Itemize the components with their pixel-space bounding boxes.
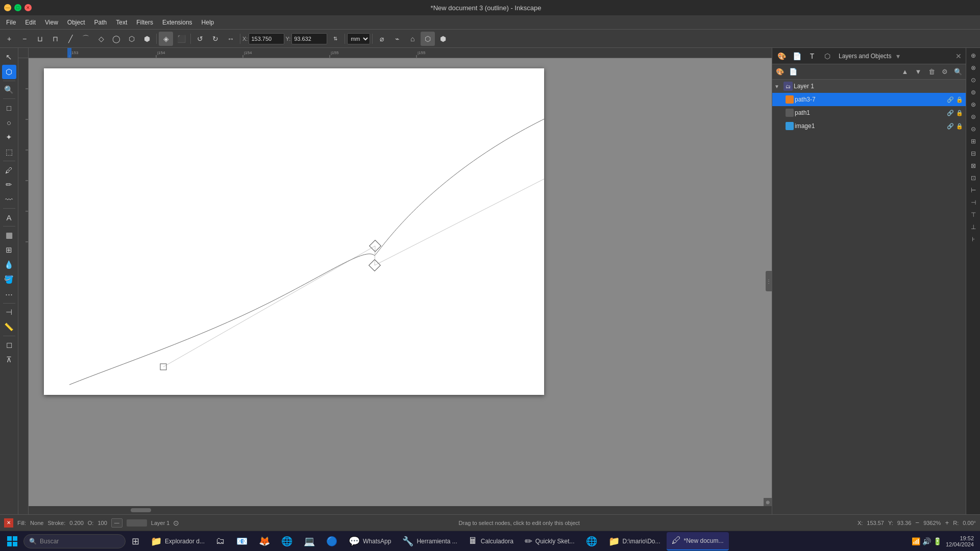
node-seg-curve-btn[interactable]: ⌒ <box>79 32 93 46</box>
gradient-tool[interactable]: ▦ <box>2 228 16 242</box>
menu-path[interactable]: Path <box>90 17 111 28</box>
canvas-viewport[interactable] <box>29 58 772 514</box>
measure-tool[interactable]: 📏 <box>2 320 16 334</box>
taskbar-search[interactable]: 🔍 Buscar <box>23 534 126 548</box>
taskbar-app-sketch[interactable]: ✏ Quickly Sket... <box>520 532 580 550</box>
taskbar-app-calc[interactable]: 🖩 Calculadora <box>463 532 519 550</box>
panel-tab-doc[interactable]: 📄 <box>790 49 804 63</box>
canvas-svg[interactable] <box>44 68 544 395</box>
tray-network[interactable]: 📶 <box>912 537 920 545</box>
path3-7-lock-icon[interactable]: 🔒 <box>955 95 964 104</box>
paint-bucket-tool[interactable]: 🪣 <box>2 272 16 287</box>
snap-btn-9[interactable]: ⊟ <box>968 148 979 159</box>
layer-expand-icon[interactable]: ▼ <box>774 84 782 89</box>
curve-spiro-btn[interactable]: ↺ <box>193 32 207 46</box>
layer-toggle-btn[interactable]: ⊙ <box>172 518 181 528</box>
snap-btn-3[interactable]: ⊙ <box>968 74 979 86</box>
zoom-out-btn[interactable]: − <box>915 519 919 527</box>
y-input[interactable] <box>291 33 327 44</box>
layer-search-btn[interactable]: 🔍 <box>952 66 964 78</box>
snap-btn-16[interactable]: ⊦ <box>968 234 979 245</box>
pencil-tool[interactable]: ✏ <box>2 178 16 192</box>
eraser-tool[interactable]: ◻ <box>2 338 16 352</box>
node-type-1[interactable]: ⌀ <box>375 32 389 46</box>
pen-tool[interactable]: 🖊 <box>2 163 16 177</box>
menu-edit[interactable]: Edit <box>21 17 40 28</box>
y-flip-btn[interactable]: ⇅ <box>328 32 342 46</box>
menu-view[interactable]: View <box>41 17 62 28</box>
path1-lock-icon[interactable]: 🔒 <box>955 109 964 117</box>
page-resize-handle[interactable]: ⊕ <box>764 498 772 506</box>
layer-item-image1[interactable]: image1 🔗 🔒 <box>772 119 966 133</box>
panel-tab-text[interactable]: T <box>805 49 819 63</box>
select-tool[interactable]: ↖ <box>2 50 16 64</box>
panel-tab-path[interactable]: ⬡ <box>820 49 835 63</box>
panel-close-btn[interactable]: ✕ <box>953 52 964 60</box>
layer-settings-btn[interactable]: ⚙ <box>939 66 950 78</box>
menu-object[interactable]: Object <box>63 17 89 28</box>
node-auto-btn[interactable]: ⬢ <box>140 32 154 46</box>
smudge-tool[interactable]: ⊼ <box>2 353 16 367</box>
tray-volume[interactable]: 🔊 <box>922 537 931 545</box>
only-selected-btn[interactable]: ↔ <box>224 32 238 46</box>
show-transform-btn[interactable]: ⬛ <box>174 32 188 46</box>
snap-btn-6[interactable]: ⊜ <box>968 111 979 122</box>
circle-tool[interactable]: ○ <box>2 115 16 130</box>
node-smooth-btn[interactable]: ◯ <box>109 32 124 46</box>
calligraphy-tool[interactable]: 〰 <box>2 192 16 207</box>
close-button[interactable]: ✕ <box>24 4 32 11</box>
opacity-slider[interactable] <box>127 519 147 527</box>
spray-tool[interactable]: ⋯ <box>2 287 16 302</box>
snap-btn-13[interactable]: ⊣ <box>968 197 979 208</box>
taskbar-app-explorer[interactable]: 📁 Explorador d... <box>145 532 210 550</box>
panel-chevron-down[interactable]: ▾ <box>895 52 901 60</box>
layer-down-btn[interactable]: ▼ <box>913 66 924 78</box>
menu-text[interactable]: Text <box>112 17 131 28</box>
taskbar-app-files[interactable]: 🗂 <box>211 532 230 550</box>
tray-clock[interactable]: 19:52 12/04/2024 <box>946 535 974 547</box>
curve-bspline-btn[interactable]: ↻ <box>208 32 223 46</box>
mesh-tool[interactable]: ⊞ <box>2 243 16 257</box>
snap-btn-2[interactable]: ⊗ <box>968 62 979 73</box>
node-tool[interactable]: ⬡ <box>2 65 16 79</box>
canvas-container[interactable]: |153 |154 |154 |155 |155 <box>18 48 772 514</box>
text-tool[interactable]: A <box>2 210 16 224</box>
menu-help[interactable]: Help <box>198 17 218 28</box>
snap-btn-1[interactable]: ⊕ <box>968 50 979 61</box>
snap-btn-12[interactable]: ⊢ <box>968 185 979 196</box>
taskbar-taskview[interactable]: ⊞ <box>127 532 144 550</box>
zoom-in-btn[interactable]: + <box>945 519 949 527</box>
image1-link-icon[interactable]: 🔗 <box>946 122 954 130</box>
units-select[interactable]: mmpxcmin <box>347 33 370 44</box>
node-type-3[interactable]: ⌂ <box>405 32 420 46</box>
connector-tool[interactable]: ⊣ <box>2 305 16 319</box>
node-add-btn[interactable]: + <box>2 32 16 46</box>
menu-filters[interactable]: Filters <box>132 17 157 28</box>
snap-btn-7[interactable]: ⊝ <box>968 123 979 135</box>
h-scrollbar[interactable] <box>29 506 772 514</box>
h-scroll-thumb[interactable] <box>131 508 151 512</box>
layer-delete-btn[interactable]: 🗑 <box>926 66 937 78</box>
opacity-down-btn[interactable]: — <box>111 518 122 528</box>
layer-new-btn[interactable]: 📄 <box>788 66 799 78</box>
layer-group-layer1[interactable]: ▼ 🗂 Layer 1 <box>772 80 966 93</box>
taskbar-app-chrome2[interactable]: 🌐 <box>581 532 602 550</box>
path3-7-link-icon[interactable]: 🔗 <box>946 95 954 104</box>
node-join-btn[interactable]: ⊔ <box>33 32 47 46</box>
snap-btn-11[interactable]: ⊡ <box>968 172 979 184</box>
node-seg-line-btn[interactable]: ╱ <box>63 32 78 46</box>
node-symmetric-btn[interactable]: ⬡ <box>125 32 139 46</box>
menu-file[interactable]: File <box>2 17 20 28</box>
taskbar-app-firefox[interactable]: 🦊 <box>254 532 275 550</box>
snap-btn-4[interactable]: ⊚ <box>968 87 979 98</box>
taskbar-app-tool[interactable]: 🔧 Herramienta ... <box>397 532 462 550</box>
snap-btn-14[interactable]: ⊤ <box>968 209 979 220</box>
show-handles-btn[interactable]: ◈ <box>159 32 173 46</box>
snap-btn-10[interactable]: ⊠ <box>968 160 979 171</box>
image1-lock-icon[interactable]: 🔒 <box>955 122 964 130</box>
no-fill-icon[interactable]: ✕ <box>4 518 13 528</box>
node-cusp-btn[interactable]: ◇ <box>94 32 108 46</box>
taskbar-app-mail[interactable]: 📧 <box>231 532 253 550</box>
layer-item-path1[interactable]: path1 🔗 🔒 <box>772 106 966 119</box>
taskbar-app-chrome[interactable]: 🔵 <box>321 532 342 550</box>
